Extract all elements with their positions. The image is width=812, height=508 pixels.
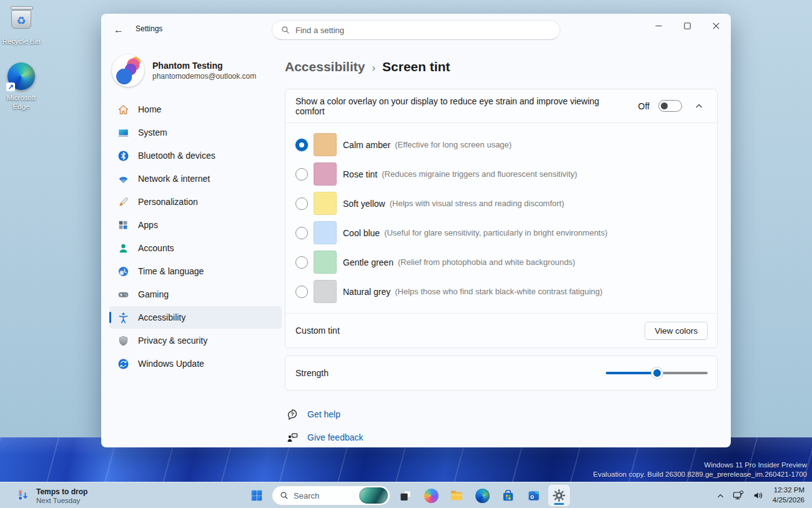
breadcrumb: Accessibility › Screen tint bbox=[285, 59, 718, 74]
sidebar-item-accessibility[interactable]: Accessibility bbox=[109, 306, 282, 329]
tint-swatch bbox=[314, 221, 337, 244]
sidebar-item-label: Windows Update bbox=[138, 359, 204, 369]
sidebar-item-label: Home bbox=[138, 104, 161, 114]
tint-swatch bbox=[314, 133, 337, 156]
sidebar-item-label: Personalization bbox=[138, 197, 198, 207]
sidebar-item-privacy-security[interactable]: Privacy & security bbox=[109, 329, 282, 352]
system-tray: 12:32 PM 4/25/2026 bbox=[713, 482, 808, 508]
sidebar-item-bluetooth-devices[interactable]: Bluetooth & devices bbox=[109, 144, 282, 167]
gaming-icon bbox=[117, 288, 129, 301]
avatar bbox=[112, 54, 144, 87]
radio-button[interactable] bbox=[295, 286, 308, 298]
sidebar-item-time-language[interactable]: Time & language bbox=[109, 260, 282, 282]
tint-name: Soft yellow bbox=[343, 199, 385, 209]
edge-icon bbox=[475, 489, 490, 503]
sidebar-item-accounts[interactable]: Accounts bbox=[109, 237, 282, 259]
desktop-icon-recycle-bin[interactable]: ♻ Recycle Bin bbox=[0, 7, 45, 46]
chevron-up-icon bbox=[695, 102, 703, 110]
radio-button[interactable] bbox=[295, 227, 308, 239]
custom-tint-row: Custom tint View colors bbox=[285, 314, 717, 347]
sidebar-item-label: Network & internet bbox=[138, 174, 210, 184]
color-overlay-expander: Show a color overlay on your display to … bbox=[285, 89, 718, 348]
taskbar-search-label: Search bbox=[294, 491, 354, 501]
settings-search-input[interactable]: Find a setting bbox=[272, 20, 560, 40]
radio-button-selected[interactable] bbox=[295, 139, 308, 151]
outlook-button[interactable] bbox=[523, 485, 544, 506]
sidebar-item-apps[interactable]: Apps bbox=[109, 214, 282, 236]
tint-option-list: Calm amber (Effective for long screen us… bbox=[285, 123, 717, 314]
tint-name: Gentle green bbox=[343, 257, 394, 267]
taskbar-search[interactable]: Search bbox=[272, 486, 390, 506]
breadcrumb-parent[interactable]: Accessibility bbox=[285, 59, 365, 74]
close-button[interactable] bbox=[701, 14, 730, 37]
account-profile[interactable]: Phantom Testing phantomodemos@outlook.co… bbox=[112, 54, 284, 87]
apps-icon bbox=[117, 219, 129, 231]
task-view-button[interactable] bbox=[395, 485, 416, 506]
search-icon bbox=[280, 491, 289, 500]
tint-option-gentle-green[interactable]: Gentle green (Relief from photophobia an… bbox=[285, 247, 717, 277]
sidebar-item-network-internet[interactable]: Network & internet bbox=[109, 167, 282, 190]
footer-links: ? Get help Give feedback bbox=[285, 408, 718, 444]
tint-option-rose-tint[interactable]: Rose tint (Reduces migraine triggers and… bbox=[285, 159, 717, 189]
recycle-bin-icon: ♻ bbox=[11, 10, 32, 35]
tray-overflow-button[interactable] bbox=[713, 486, 728, 505]
tint-option-soft-yellow[interactable]: Soft yellow (Helps with visual stress an… bbox=[285, 189, 717, 218]
sidebar: Phantom Testing phantomodemos@outlook.co… bbox=[107, 51, 284, 376]
toggle-knob bbox=[661, 102, 668, 109]
sidebar-item-home[interactable]: Home bbox=[109, 98, 282, 121]
sidebar-item-system[interactable]: System bbox=[109, 121, 282, 144]
tint-name: Cool blue bbox=[343, 228, 380, 238]
network-icon bbox=[117, 172, 129, 185]
file-explorer-button[interactable] bbox=[446, 485, 467, 506]
tint-name: Natural grey bbox=[343, 287, 390, 297]
view-colors-button[interactable]: View colors bbox=[645, 322, 708, 340]
sidebar-item-label: Apps bbox=[138, 220, 158, 230]
accessibility-icon bbox=[117, 311, 129, 324]
strength-slider[interactable] bbox=[606, 367, 708, 379]
edge-button[interactable] bbox=[472, 485, 493, 506]
system-icon bbox=[117, 126, 129, 139]
network-tray-button[interactable] bbox=[729, 486, 748, 505]
taskbar-center: Search bbox=[246, 485, 570, 506]
weather-widget[interactable]: Temps to drop Next Tuesday bbox=[9, 484, 94, 507]
color-overlay-toggle[interactable] bbox=[658, 100, 682, 112]
radio-button[interactable] bbox=[295, 168, 308, 181]
tint-option-natural-grey[interactable]: Natural grey (Helps those who find stark… bbox=[285, 277, 717, 306]
chevron-up-icon bbox=[716, 492, 725, 500]
expander-collapse-button[interactable] bbox=[690, 97, 708, 116]
minimize-button[interactable] bbox=[644, 14, 673, 37]
bluetooth-icon bbox=[117, 149, 129, 162]
copilot-button[interactable] bbox=[420, 485, 442, 506]
breadcrumb-separator-icon: › bbox=[372, 62, 375, 74]
radio-button[interactable] bbox=[295, 256, 308, 269]
microsoft-store-button[interactable] bbox=[497, 485, 518, 506]
tint-note: (Effective for long screen usage) bbox=[395, 140, 512, 149]
back-button[interactable]: ← bbox=[109, 22, 128, 38]
ethernet-network-icon bbox=[732, 489, 745, 502]
file-explorer-icon bbox=[449, 488, 464, 503]
get-help-link[interactable]: ? Get help bbox=[286, 408, 718, 421]
settings-app-button[interactable] bbox=[548, 485, 570, 506]
sidebar-item-windows-update[interactable]: Windows Update bbox=[109, 352, 282, 375]
strength-card: Strength bbox=[285, 356, 718, 391]
taskbar-clock[interactable]: 12:32 PM 4/25/2026 bbox=[769, 486, 808, 505]
desktop-icon-microsoft-edge[interactable]: ↗ Microsoft Edge bbox=[0, 62, 45, 111]
give-feedback-label: Give feedback bbox=[307, 432, 364, 442]
profile-email: phantomodemos@outlook.com bbox=[152, 72, 256, 81]
settings-window: ← Settings Find a setting Phan bbox=[101, 14, 731, 447]
sidebar-item-gaming[interactable]: Gaming bbox=[109, 283, 282, 306]
give-feedback-link[interactable]: Give feedback bbox=[286, 431, 718, 444]
search-icon bbox=[281, 26, 290, 34]
slider-knob[interactable] bbox=[651, 367, 663, 379]
windows-start-icon bbox=[250, 489, 264, 502]
volume-tray-button[interactable] bbox=[749, 486, 768, 505]
tint-option-calm-amber[interactable]: Calm amber (Effective for long screen us… bbox=[285, 130, 717, 159]
start-button[interactable] bbox=[246, 485, 267, 506]
maximize-button[interactable] bbox=[673, 14, 701, 37]
radio-button[interactable] bbox=[295, 197, 308, 210]
sidebar-item-label: Accounts bbox=[138, 243, 174, 253]
sidebar-item-personalization[interactable]: Personalization bbox=[109, 191, 282, 213]
tint-option-cool-blue[interactable]: Cool blue (Useful for glare sensitivity,… bbox=[285, 218, 717, 247]
sidebar-item-label: Privacy & security bbox=[138, 336, 207, 346]
window-title: Settings bbox=[136, 24, 162, 33]
